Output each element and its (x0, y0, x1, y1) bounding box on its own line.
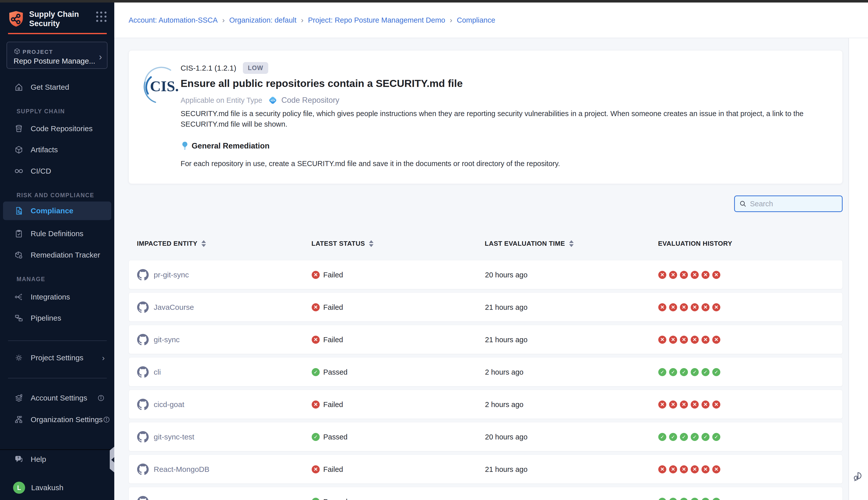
column-evaluation-history: EVALUATION HISTORY (658, 240, 732, 248)
history-failed-icon (658, 465, 666, 473)
history-passed-icon (702, 433, 709, 441)
search-input[interactable] (750, 200, 838, 208)
status-icon (312, 271, 320, 279)
entity-name[interactable]: cicd-goat (154, 400, 184, 409)
history-failed-icon (691, 465, 699, 473)
chevron-right-icon: › (102, 353, 105, 363)
status-icon (312, 498, 320, 500)
evaluation-time: 20 hours ago (485, 422, 528, 452)
entity-name[interactable]: React-MongoDB (154, 465, 209, 474)
right-rail (848, 38, 868, 500)
entity-type: Code Repository (281, 96, 339, 105)
table-row[interactable]: cli Passed 2 hours ago (129, 357, 843, 386)
breadcrumb-project[interactable]: Project: Repo Posture Management Demo (308, 16, 445, 24)
entity-name[interactable]: git-sync-test (154, 433, 194, 441)
sort-icon[interactable] (201, 240, 206, 247)
history-passed-icon (691, 498, 699, 500)
status-icon (312, 303, 320, 311)
lightbulb-icon (181, 141, 189, 151)
entity-name[interactable]: git-sync (154, 336, 180, 344)
rule-description: SECURITY.md file is a security policy fi… (181, 108, 834, 129)
sidebar-item-organization-settings[interactable]: Organization Settings (3, 410, 111, 429)
github-icon (137, 302, 149, 313)
status-icon (312, 465, 320, 473)
history-passed-icon (702, 498, 709, 500)
status-icon (312, 433, 320, 441)
code-repository-entity-icon: </> (268, 95, 278, 105)
sidebar-item-project-settings[interactable]: Project Settings › (3, 349, 111, 367)
evaluation-time: 21 hours ago (485, 325, 528, 354)
history-failed-icon (658, 303, 666, 311)
history-passed-icon (691, 368, 699, 376)
table-row[interactable]: git-sync Failed 21 hours ago (129, 325, 843, 354)
history-passed-icon (669, 498, 677, 500)
history-failed-icon (712, 465, 720, 473)
support-chat-icon[interactable] (853, 471, 865, 482)
column-last-evaluation-time: LAST EVALUATION TIME (485, 240, 565, 248)
entity-name[interactable]: JavaCourse (154, 303, 194, 311)
app-switcher-grid-icon[interactable] (96, 12, 107, 22)
breadcrumb: Account: Automation-SSCA › Organization:… (114, 2, 868, 38)
github-icon (137, 399, 149, 410)
sidebar-item-artifacts[interactable]: Artifacts (3, 140, 111, 159)
table-row[interactable]: Passed (129, 487, 843, 500)
history-failed-icon (680, 271, 688, 279)
history-failed-icon (669, 465, 677, 473)
status-text: Failed (323, 400, 343, 409)
sort-icon[interactable] (369, 240, 373, 247)
svg-text:</>: </> (270, 99, 275, 102)
sidebar-item-compliance[interactable]: Compliance (3, 202, 111, 220)
section-label-manage: MANAGE (16, 276, 45, 283)
breadcrumb-compliance[interactable]: Compliance (457, 16, 495, 24)
divider (8, 340, 107, 341)
evaluation-time: 2 hours ago (485, 357, 523, 387)
rule-card: CIS. CIS-1.2.1 (1.2.1) LOW Ensure all pu… (129, 50, 843, 184)
sidebar-item-account-settings[interactable]: Account Settings (3, 389, 111, 407)
chevron-right-icon: › (99, 52, 102, 62)
history-passed-icon (712, 368, 720, 376)
evaluation-history (658, 422, 723, 452)
sidebar-item-user[interactable]: L Lavakush (3, 478, 111, 497)
breadcrumb-organization[interactable]: Organization: default (229, 16, 297, 24)
status-icon (312, 336, 320, 344)
help-chat-icon: ? (14, 455, 24, 464)
table-row[interactable]: cicd-goat Failed 2 hours ago (129, 390, 843, 419)
project-selector[interactable]: PROJECT Repo Posture Manage... › (7, 42, 107, 69)
breadcrumb-account[interactable]: Account: Automation-SSCA (129, 16, 218, 24)
section-label-supply-chain: SUPPLY CHAIN (16, 108, 65, 115)
history-failed-icon (712, 400, 720, 409)
table-row[interactable]: JavaCourse Failed 21 hours ago (129, 293, 843, 322)
sidebar-item-code-repositories[interactable]: Code Repositories (3, 120, 111, 138)
history-failed-icon (680, 465, 688, 473)
status-text: Passed (323, 368, 348, 376)
sidebar-item-rule-definitions[interactable]: Rule Definitions (3, 224, 111, 243)
artifacts-cube-icon (14, 145, 24, 155)
info-icon (97, 394, 105, 402)
history-failed-icon (680, 303, 688, 311)
history-passed-icon (702, 368, 709, 376)
sidebar-item-integrations[interactable]: Integrations (3, 288, 111, 306)
sidebar-item-remediation-tracker[interactable]: Remediation Tracker (3, 246, 111, 264)
history-failed-icon (658, 271, 666, 279)
sidebar-item-get-started[interactable]: Get Started (3, 78, 111, 96)
history-failed-icon (691, 271, 699, 279)
entity-name[interactable]: pr-git-sync (154, 271, 189, 279)
history-failed-icon (712, 271, 720, 279)
status-text: Passed (323, 433, 348, 441)
github-icon (137, 496, 149, 500)
evaluation-time: 20 hours ago (485, 260, 528, 289)
search-box (734, 195, 843, 212)
breadcrumb-separator-icon: › (222, 16, 225, 24)
sidebar-item-pipelines[interactable]: Pipelines (3, 309, 111, 327)
sort-icon[interactable] (569, 240, 574, 247)
sidebar-item-cicd[interactable]: CI/CD (3, 162, 111, 180)
sidebar-item-help[interactable]: ? Help (3, 450, 111, 469)
table-row[interactable]: git-sync-test Passed 20 hours ago (129, 422, 843, 451)
table-row[interactable]: React-MongoDB Failed 21 hours ago (129, 455, 843, 484)
history-failed-icon (680, 400, 688, 409)
entity-name[interactable]: cli (154, 368, 161, 376)
status-text: Passed (323, 498, 348, 500)
evaluation-time: 21 hours ago (485, 293, 528, 322)
clipboard-check-icon (14, 229, 24, 238)
table-row[interactable]: pr-git-sync Failed 20 hours ago (129, 260, 843, 289)
